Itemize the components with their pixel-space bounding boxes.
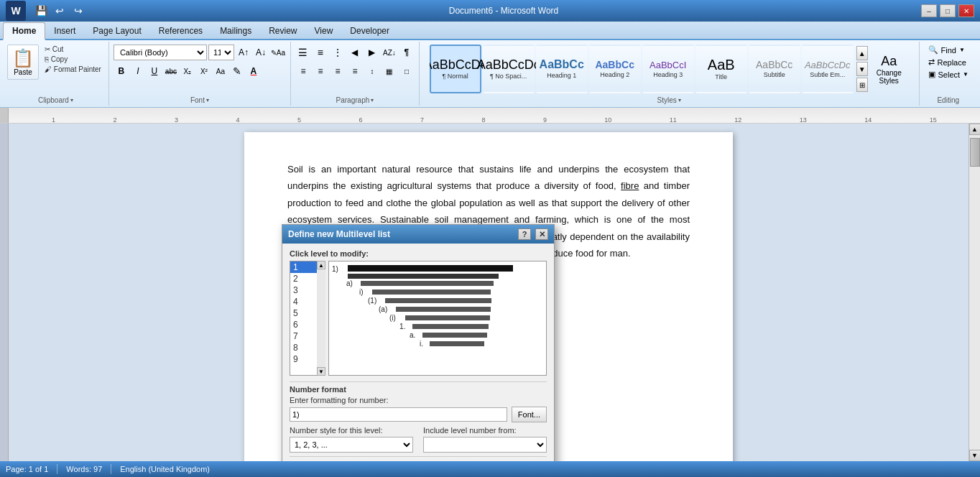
style-heading2[interactable]: AaBbCc Heading 2 — [589, 45, 641, 93]
italic-button[interactable]: I — [130, 63, 146, 79]
format-painter-button[interactable]: 🖌 Format Painter — [42, 65, 104, 74]
styles-down-button[interactable]: ▼ — [856, 62, 868, 76]
style-title[interactable]: AaB Title — [695, 45, 747, 93]
preview-row-4: (1) — [368, 297, 543, 305]
cut-button[interactable]: ✂ Cut — [42, 45, 104, 54]
dialog-close-button[interactable]: ✕ — [535, 228, 548, 240]
paragraph-group: ☰ ≡ ⋮ ◀ ▶ AZ↓ ¶ ≡ ≡ ≡ ≡ ↕ ▦ □ — [291, 42, 420, 106]
title-bar-left: W 💾 ↩ ↪ — [6, 1, 86, 21]
bullets-button[interactable]: ☰ — [295, 45, 311, 60]
tab-insert[interactable]: Insert — [45, 23, 84, 39]
tab-view[interactable]: View — [306, 23, 342, 39]
status-divider-1 — [57, 464, 57, 474]
increase-indent-button[interactable]: ▶ — [364, 45, 380, 60]
align-left-button[interactable]: ≡ — [295, 63, 311, 79]
style-title-preview: AaB — [708, 57, 735, 72]
font-size-selector[interactable]: 11 — [208, 45, 234, 60]
style-subtle-emphasis[interactable]: AaBbCcDc Subtle Em... — [802, 45, 854, 93]
styles-more-button[interactable]: ⊞ — [856, 78, 868, 92]
increase-font-button[interactable]: A↑ — [236, 45, 251, 60]
multilevel-list-button[interactable]: ⋮ — [330, 45, 346, 60]
font-color-button[interactable]: A — [246, 63, 262, 79]
quick-access-save[interactable]: 💾 — [33, 3, 49, 19]
scrollbar-thumb[interactable] — [970, 138, 980, 167]
dialog-help-button[interactable]: ? — [518, 228, 531, 240]
ruler-corner — [0, 108, 9, 123]
change-styles-label: Change Styles — [870, 69, 908, 85]
tab-home[interactable]: Home — [3, 22, 45, 40]
tab-mailings[interactable]: Mailings — [211, 23, 260, 39]
vertical-scrollbar[interactable]: ▲ ▼ — [969, 124, 980, 461]
page-status: Page: 1 of 1 — [6, 465, 48, 473]
maximize-button[interactable]: □ — [940, 4, 956, 17]
preview-row-blank — [332, 274, 543, 279]
tab-page-layout[interactable]: Page Layout — [84, 23, 149, 39]
strikethrough-button[interactable]: abc — [163, 63, 179, 79]
find-button[interactable]: 🔍 Find ▼ — [924, 45, 969, 55]
text-highlight-button[interactable]: ✎ — [229, 63, 245, 79]
close-button[interactable]: ✕ — [958, 4, 974, 17]
change-case-button[interactable]: Aa — [213, 63, 228, 79]
number-style-col: Number style for this level: 1, 2, 3, ..… — [290, 426, 413, 453]
number-style-selector[interactable]: 1, 2, 3, ... — [290, 437, 413, 453]
styles-expander[interactable]: ▾ — [678, 97, 681, 103]
scroll-up-button[interactable]: ▲ — [969, 124, 981, 135]
dialog-title: Define new Multilevel list — [288, 229, 390, 239]
tab-developer[interactable]: Developer — [341, 23, 398, 39]
status-divider-2 — [111, 464, 111, 474]
font-name-selector[interactable]: Calibri (Body) — [114, 45, 207, 60]
decrease-font-button[interactable]: A↓ — [253, 45, 269, 60]
ribbon-tabs: Home Insert Page Layout References Maili… — [0, 22, 980, 40]
style-subtitle-preview: AaBbCc — [756, 60, 792, 70]
styles-up-button[interactable]: ▲ — [856, 46, 868, 60]
style-heading1[interactable]: AaBbCc Heading 1 — [536, 45, 588, 93]
clipboard-expander[interactable]: ▾ — [70, 97, 73, 103]
select-button[interactable]: ▣ Select ▼ — [924, 69, 974, 80]
level-list-scrollup[interactable]: ▲ — [317, 261, 325, 269]
style-subtitle[interactable]: AaBbCc Subtitle — [749, 45, 800, 93]
font-expander[interactable]: ▾ — [206, 97, 209, 103]
tab-review[interactable]: Review — [260, 23, 305, 39]
shading-button[interactable]: ▦ — [382, 63, 397, 79]
quick-access-undo[interactable]: ↩ — [52, 3, 68, 19]
bold-button[interactable]: B — [114, 63, 129, 79]
font-format-row: B I U abc X₂ X² Aa ✎ A — [114, 63, 262, 79]
style-heading2-label: Heading 2 — [600, 71, 629, 78]
scroll-down-button[interactable]: ▼ — [969, 450, 981, 461]
quick-access-redo[interactable]: ↪ — [70, 3, 86, 19]
clipboard-content: 📋 Paste ✂ Cut ⎘ Copy 🖌 Format Painter — [7, 43, 104, 95]
styles-group: AaBbCcDc ¶ Normal AaBbCcDc ¶ No Spaci...… — [420, 42, 920, 106]
justify-button[interactable]: ≡ — [347, 63, 363, 79]
sort-button[interactable]: AZ↓ — [382, 45, 397, 60]
change-styles-button[interactable]: Aa Change Styles — [869, 45, 909, 93]
style-normal[interactable]: AaBbCcDc ¶ Normal — [430, 45, 481, 93]
numbering-button[interactable]: ≡ — [313, 45, 328, 60]
align-right-button[interactable]: ≡ — [330, 63, 346, 79]
formatting-input[interactable] — [290, 407, 507, 422]
font-button[interactable]: Font... — [512, 407, 547, 422]
style-heading3[interactable]: AaBbCcI Heading 3 — [642, 45, 694, 93]
decrease-indent-button[interactable]: ◀ — [347, 45, 363, 60]
font-group: Calibri (Body) 11 A↑ A↓ ✎Aa B I U abc X₂… — [109, 42, 291, 106]
paste-button[interactable]: 📋 Paste — [7, 45, 39, 80]
paragraph-label: Paragraph ▾ — [336, 96, 374, 104]
superscript-button[interactable]: X² — [196, 63, 212, 79]
subscript-button[interactable]: X₂ — [180, 63, 195, 79]
borders-button[interactable]: □ — [399, 63, 415, 79]
level-list-scrolldown[interactable]: ▼ — [317, 367, 325, 376]
include-level-selector[interactable] — [423, 437, 547, 453]
find-dropdown-icon: ▼ — [959, 47, 965, 53]
paragraph-expander[interactable]: ▾ — [371, 97, 374, 103]
replace-button[interactable]: ⇄ Replace — [924, 57, 971, 68]
clear-formatting-button[interactable]: ✎Aa — [270, 45, 286, 60]
minimize-button[interactable]: – — [921, 4, 937, 17]
show-formatting-button[interactable]: ¶ — [399, 45, 415, 60]
underline-button[interactable]: U — [147, 63, 162, 79]
style-no-spacing[interactable]: AaBbCcDc ¶ No Spaci... — [483, 45, 535, 93]
styles-label: Styles ▾ — [657, 96, 681, 104]
line-spacing-button[interactable]: ↕ — [364, 63, 380, 79]
align-center-button[interactable]: ≡ — [313, 63, 328, 79]
scrollbar-track[interactable] — [969, 135, 980, 450]
copy-button[interactable]: ⎘ Copy — [42, 55, 104, 64]
tab-references[interactable]: References — [150, 23, 211, 39]
